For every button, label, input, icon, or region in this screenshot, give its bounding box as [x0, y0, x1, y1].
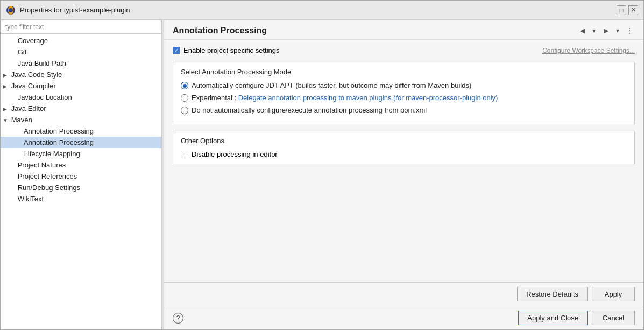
expand-icon: ▶: [3, 72, 9, 78]
radio-row-experimental: Experimental : Delegate annotation proce…: [181, 94, 627, 102]
radio-experimental[interactable]: [181, 94, 188, 102]
sidebar-item-label: WikiText: [18, 195, 44, 203]
svg-point-2: [9, 8, 13, 12]
sidebar: Coverage Git Java Build Path ▶ Java Code…: [1, 20, 162, 329]
minimize-button[interactable]: □: [617, 5, 626, 15]
back-button[interactable]: ◀: [577, 25, 588, 36]
sidebar-item-wikitext[interactable]: WikiText: [1, 193, 161, 205]
sidebar-item-label: Coverage: [18, 37, 48, 45]
sidebar-item-java-compiler[interactable]: ▶ Java Compiler: [1, 80, 161, 92]
sidebar-item-maven-annotation-processing[interactable]: Annotation Processing: [1, 125, 161, 137]
footer-row: ? Apply and Close Cancel: [164, 306, 643, 329]
sidebar-item-git[interactable]: Git: [1, 46, 161, 58]
collapse-icon: ▼: [3, 117, 9, 123]
apply-button[interactable]: Apply: [592, 287, 635, 301]
right-header: Annotation Processing ◀ ▾ ▶ ▾ ⋮: [164, 20, 643, 40]
radio-row-auto: Automatically configure JDT APT (builds …: [181, 81, 627, 89]
sidebar-item-maven[interactable]: ▼ Maven: [1, 114, 161, 125]
sidebar-item-label: Maven: [11, 116, 32, 124]
apply-close-button[interactable]: Apply and Close: [518, 311, 588, 325]
more-button[interactable]: ⋮: [624, 25, 635, 36]
disable-processing-label: Disable processing in editor: [192, 150, 278, 158]
title-controls: □ ✕: [617, 5, 638, 15]
properties-dialog: Properties for typist-example-plugin □ ✕…: [0, 0, 644, 330]
sidebar-item-label: Java Build Path: [18, 59, 66, 67]
filter-input[interactable]: [1, 20, 161, 34]
eclipse-icon: [6, 5, 16, 15]
apply-row: Restore Defaults Apply: [164, 283, 643, 306]
title-bar: Properties for typist-example-plugin □ ✕: [1, 1, 643, 20]
enable-checkbox[interactable]: ✓: [173, 47, 180, 54]
expand-icon: ▶: [3, 83, 9, 89]
sidebar-item-label: Project References: [18, 172, 77, 180]
radio-experimental-label-text: Experimental :: [192, 94, 238, 102]
sidebar-item-label: Project Natures: [18, 161, 66, 169]
sidebar-item-project-natures[interactable]: Project Natures: [1, 159, 161, 171]
forward-button[interactable]: ▶: [600, 25, 611, 36]
radio-do-not[interactable]: [181, 107, 188, 114]
header-nav: ◀ ▾ ▶ ▾ ⋮: [577, 25, 635, 36]
select-mode-section: Select Annotation Processing Mode Automa…: [173, 62, 635, 124]
enable-left: ✓ Enable project specific settings: [173, 46, 279, 54]
right-panel: Annotation Processing ◀ ▾ ▶ ▾ ⋮ ✓ Enable…: [164, 20, 643, 329]
sidebar-item-javadoc-location[interactable]: Javadoc Location: [1, 92, 161, 103]
sidebar-item-label: Javadoc Location: [18, 93, 72, 101]
sidebar-item-label: Java Code Style: [11, 71, 62, 79]
expand-icon: ▶: [3, 106, 9, 112]
other-options-title: Other Options: [181, 137, 627, 145]
sidebar-item-label: Java Editor: [11, 104, 46, 113]
main-content: Coverage Git Java Build Path ▶ Java Code…: [1, 20, 643, 329]
select-mode-title: Select Annotation Processing Mode: [181, 68, 627, 76]
help-button[interactable]: ?: [173, 313, 183, 324]
disable-processing-row: Disable processing in editor: [181, 150, 627, 158]
sidebar-item-java-editor[interactable]: ▶ Java Editor: [1, 103, 161, 114]
radio-experimental-label: Experimental : Delegate annotation proce…: [192, 94, 498, 102]
sidebar-item-project-references[interactable]: Project References: [1, 171, 161, 182]
sidebar-item-label: Lifecycle Mapping: [24, 150, 80, 158]
panel-title: Annotation Processing: [173, 26, 267, 36]
right-body: ✓ Enable project specific settings Confi…: [164, 40, 643, 282]
sidebar-item-label: Java Compiler: [11, 82, 56, 90]
enable-row: ✓ Enable project specific settings Confi…: [173, 46, 635, 54]
sidebar-item-java-build-path[interactable]: Java Build Path: [1, 58, 161, 69]
sidebar-item-coverage[interactable]: Coverage: [1, 35, 161, 46]
radio-auto-jdt[interactable]: [181, 82, 188, 89]
sidebar-item-label: Run/Debug Settings: [18, 184, 80, 192]
bottom-panel: Restore Defaults Apply ? Apply and Close…: [164, 282, 643, 329]
sidebar-item-label: Annotation Processing: [24, 127, 94, 135]
close-button[interactable]: ✕: [628, 5, 638, 15]
radio-auto-jdt-label: Automatically configure JDT APT (builds …: [192, 81, 471, 89]
disable-processing-checkbox[interactable]: [181, 151, 188, 158]
configure-workspace-link[interactable]: Configure Workspace Settings...: [542, 47, 635, 54]
nav-dropdown-button[interactable]: ▾: [589, 25, 599, 36]
radio-experimental-link: Delegate annotation processing to maven …: [238, 94, 498, 102]
title-bar-left: Properties for typist-example-plugin: [6, 5, 130, 15]
sidebar-item-java-code-style[interactable]: ▶ Java Code Style: [1, 69, 161, 80]
sidebar-item-label: Git: [18, 48, 27, 56]
restore-defaults-button[interactable]: Restore Defaults: [517, 287, 588, 301]
radio-row-do-not: Do not automatically configure/execute a…: [181, 106, 627, 114]
cancel-button[interactable]: Cancel: [592, 311, 635, 325]
bottom-right-buttons: Apply and Close Cancel: [518, 311, 635, 325]
tree-container: Coverage Git Java Build Path ▶ Java Code…: [1, 34, 161, 329]
sidebar-item-label: Annotation Processing: [24, 138, 94, 146]
other-options-section: Other Options Disable processing in edit…: [173, 131, 635, 164]
forward-dropdown-button[interactable]: ▾: [612, 25, 623, 36]
window-title: Properties for typist-example-plugin: [20, 6, 130, 14]
sidebar-item-run-debug-settings[interactable]: Run/Debug Settings: [1, 182, 161, 193]
sidebar-item-lifecycle-mapping[interactable]: Lifecycle Mapping: [1, 148, 161, 159]
enable-label: Enable project specific settings: [183, 46, 279, 54]
sidebar-item-maven-annotation-processing-2[interactable]: Annotation Processing: [1, 137, 161, 148]
radio-do-not-label: Do not automatically configure/execute a…: [192, 106, 427, 114]
